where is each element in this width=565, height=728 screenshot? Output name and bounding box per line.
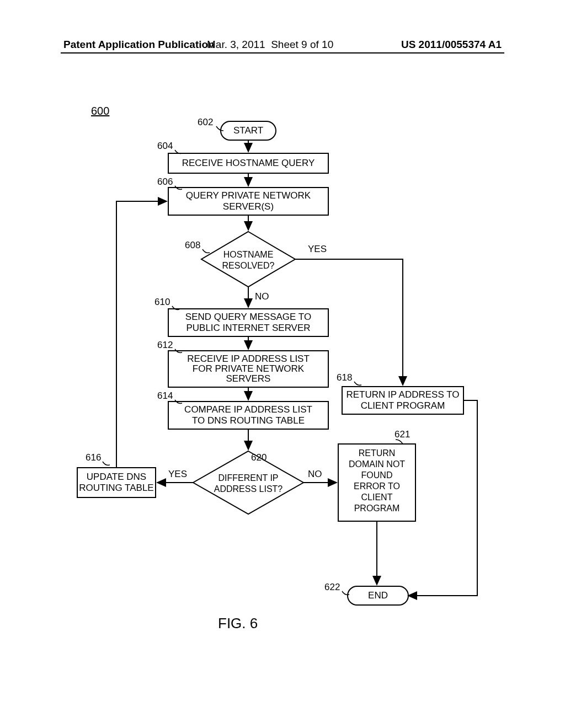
label-616: 616 (86, 452, 101, 463)
label-622: 622 (324, 582, 340, 592)
header-pubno: US 2011/0055374 A1 (401, 39, 502, 51)
node-return-ip-address: RETURN IP ADDRESS TO CLIENT PROGRAM (342, 387, 463, 414)
edge-620-no: NO (308, 469, 322, 479)
svg-text:PUBLIC INTERNET SERVER: PUBLIC INTERNET SERVER (186, 323, 310, 333)
header-date: Mar. 3, 2011 Sheet 9 of 10 (207, 39, 333, 51)
node-different-ip-list-decision: DIFFERENT IP ADDRESS LIST? (193, 451, 303, 514)
svg-text:END: END (368, 590, 388, 601)
svg-text:SEND QUERY MESSAGE TO: SEND QUERY MESSAGE TO (185, 312, 311, 322)
svg-text:CLIENT: CLIENT (361, 493, 393, 502)
label-604: 604 (157, 141, 173, 151)
label-618: 618 (337, 372, 352, 383)
node-receive-ip-list: RECEIVE IP ADDRESS LIST FOR PRIVATE NETW… (168, 351, 328, 387)
svg-text:CLIENT PROGRAM: CLIENT PROGRAM (361, 400, 445, 411)
node-update-dns-routing-table: UPDATE DNS ROUTING TABLE (77, 468, 156, 497)
page: Patent Application Publication Mar. 3, 2… (0, 0, 565, 728)
svg-text:RESOLVED?: RESOLVED? (222, 261, 275, 270)
svg-text:COMPARE IP ADDRESS LIST: COMPARE IP ADDRESS LIST (184, 404, 312, 415)
label-608: 608 (185, 240, 200, 250)
svg-text:FOR PRIVATE NETWORK: FOR PRIVATE NETWORK (193, 363, 305, 374)
node-receive-hostname-query: RECEIVE HOSTNAME QUERY (168, 153, 328, 173)
header-left: Patent Application Publication (63, 39, 215, 51)
label-612: 612 (157, 340, 173, 350)
label-602: 602 (198, 117, 213, 127)
node-send-query-public: SEND QUERY MESSAGE TO PUBLIC INTERNET SE… (168, 309, 328, 336)
svg-text:UPDATE DNS: UPDATE DNS (87, 472, 146, 482)
svg-text:RECEIVE HOSTNAME QUERY: RECEIVE HOSTNAME QUERY (182, 158, 315, 168)
node-return-domain-not-found: RETURN DOMAIN NOT FOUND ERROR TO CLIENT … (338, 444, 415, 521)
svg-text:DIFFERENT IP: DIFFERENT IP (218, 473, 278, 483)
edge-620-yes: YES (168, 469, 187, 479)
figure-caption: FIG. 6 (218, 615, 258, 632)
node-hostname-resolved-decision: HOSTNAME RESOLVED? (201, 232, 295, 287)
node-compare-ip-list: COMPARE IP ADDRESS LIST TO DNS ROUTING T… (168, 402, 328, 429)
svg-text:SERVER(S): SERVER(S) (223, 201, 274, 212)
svg-text:FOUND: FOUND (361, 470, 393, 480)
svg-text:START: START (233, 125, 263, 136)
node-start: START (221, 121, 276, 140)
svg-text:DOMAIN NOT: DOMAIN NOT (349, 459, 405, 469)
label-606: 606 (157, 176, 173, 187)
edge-608-yes: YES (308, 244, 327, 254)
label-620: 620 (251, 452, 266, 463)
svg-text:RETURN: RETURN (359, 448, 396, 458)
svg-text:ROUTING TABLE: ROUTING TABLE (79, 483, 153, 493)
svg-text:ERROR TO: ERROR TO (354, 481, 400, 491)
svg-text:QUERY PRIVATE NETWORK: QUERY PRIVATE NETWORK (186, 190, 311, 201)
node-query-private-network: QUERY PRIVATE NETWORK SERVER(S) (168, 188, 328, 215)
label-614: 614 (157, 390, 173, 401)
svg-text:RECEIVE IP ADDRESS LIST: RECEIVE IP ADDRESS LIST (187, 354, 310, 364)
label-621: 621 (395, 429, 410, 440)
svg-text:TO DNS ROUTING TABLE: TO DNS ROUTING TABLE (192, 415, 305, 426)
label-610: 610 (154, 297, 170, 307)
svg-text:HOSTNAME: HOSTNAME (223, 250, 274, 259)
svg-text:PROGRAM: PROGRAM (354, 504, 400, 513)
edge-608-no: NO (255, 291, 269, 302)
svg-text:ADDRESS LIST?: ADDRESS LIST? (214, 484, 283, 494)
flowchart: START 602 RECEIVE HOSTNAME QUERY 604 QUE… (61, 97, 504, 631)
header-rule (61, 52, 504, 53)
svg-text:RETURN IP ADDRESS TO: RETURN IP ADDRESS TO (347, 389, 460, 400)
svg-text:SERVERS: SERVERS (226, 373, 271, 384)
node-end: END (348, 586, 408, 605)
